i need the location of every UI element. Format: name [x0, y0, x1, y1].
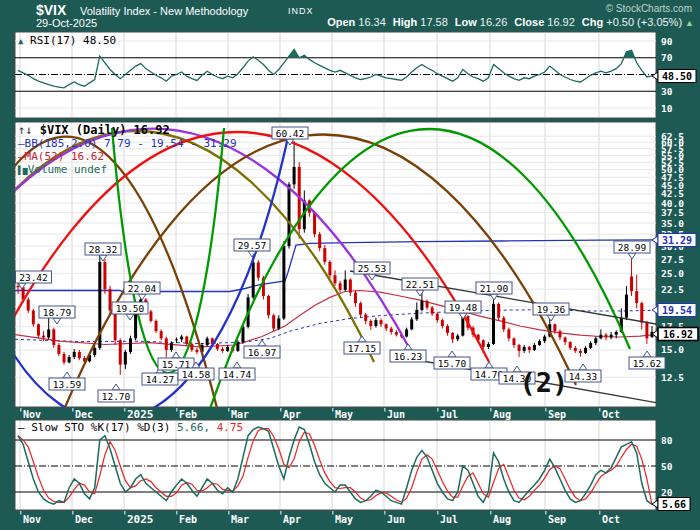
candle [149, 311, 152, 321]
price-label-text: 19.48 [449, 302, 478, 313]
month-tick [332, 511, 334, 515]
candle [405, 329, 408, 336]
month-tick [124, 408, 126, 412]
candle [564, 337, 567, 342]
wave-count-annotation: (2) [520, 367, 569, 398]
price-label-text: 29.57 [238, 240, 267, 251]
month-tick [280, 408, 282, 412]
candle [410, 319, 413, 329]
candle [512, 338, 515, 345]
axis-label: 70 [661, 52, 673, 63]
price-label-text: 12.70 [102, 391, 131, 402]
month-label: Apr [283, 409, 301, 420]
candle [42, 336, 45, 338]
axis-label: 12.5 [661, 372, 684, 383]
candle [190, 344, 193, 350]
candle [282, 246, 285, 318]
candle [569, 342, 572, 348]
price-label-text: 19.36 [537, 304, 566, 315]
month-tick [176, 511, 178, 515]
month-tick [384, 408, 386, 412]
candle [380, 320, 383, 324]
price-label-text: 17.15 [348, 343, 377, 354]
month-tick [124, 511, 126, 515]
candle [558, 331, 561, 337]
candle [538, 341, 541, 345]
month-label: Nov [23, 514, 41, 525]
month-label: Feb [179, 514, 197, 525]
price-label-text: 28.32 [89, 244, 118, 255]
price-label-text: 25.53 [358, 263, 387, 274]
candle [124, 352, 127, 365]
candle [175, 339, 178, 340]
candle [635, 291, 638, 303]
current-value-text: 48.50 [662, 71, 692, 82]
candle [155, 321, 158, 331]
month-label: Jun [387, 514, 405, 525]
month-label: Jul [440, 409, 458, 420]
axis-label: 10 [661, 103, 673, 114]
current-value-text: 31.29 [662, 235, 692, 246]
candle [216, 344, 219, 349]
month-tick [72, 511, 74, 515]
candle [257, 262, 260, 277]
candle [32, 311, 35, 325]
candle [236, 342, 239, 351]
candle [395, 332, 398, 335]
month-label: 2025 [127, 408, 154, 421]
candle [277, 318, 280, 328]
candle [318, 234, 321, 248]
axis-label: 25.0 [661, 268, 684, 279]
month-label: Sep [548, 409, 566, 420]
price-label-text: 18.79 [43, 307, 72, 318]
candle [354, 293, 357, 304]
month-label: Mar [231, 514, 249, 525]
candle [349, 280, 352, 293]
chart-canvas: 23.4218.7928.3222.0419.5013.5912.7014.27… [0, 0, 700, 530]
axis-label: 15.0 [661, 344, 684, 355]
candle [369, 321, 372, 326]
candle [645, 323, 648, 339]
month-tick [490, 511, 492, 515]
month-label: Aug [493, 409, 511, 420]
candle [185, 337, 188, 344]
price-label-text: 14.27 [146, 374, 175, 385]
candle [436, 314, 439, 320]
price-label-text: 60.42 [276, 128, 305, 139]
candle [334, 275, 337, 283]
candle [543, 337, 546, 342]
candle [180, 337, 183, 340]
month-label: Apr [283, 514, 301, 525]
candle [579, 351, 582, 353]
price-label-text: 14.58 [182, 369, 211, 380]
month-tick [545, 511, 547, 515]
current-value-text: 5.66 [662, 499, 686, 510]
month-label: Jul [440, 514, 458, 525]
candle [109, 289, 112, 310]
candle [93, 348, 96, 355]
price-label-text: 16.23 [394, 351, 423, 362]
candle [390, 329, 393, 333]
candle [533, 345, 536, 350]
candle [574, 348, 577, 351]
axis-label: 35.0 [661, 218, 684, 229]
candle [431, 308, 434, 314]
candle [594, 338, 597, 343]
current-value-text: 16.92 [663, 329, 693, 340]
candle [114, 311, 117, 341]
month-tick [599, 511, 601, 515]
candle [523, 347, 526, 351]
axis-label: 27.5 [661, 254, 684, 265]
candle [160, 331, 163, 338]
month-tick [228, 511, 230, 515]
axis-label: 20 [661, 487, 673, 498]
candle [528, 347, 531, 350]
candle [119, 340, 122, 364]
candle [129, 338, 132, 352]
candle [604, 335, 607, 338]
candle [497, 304, 500, 318]
candle [267, 296, 270, 315]
candle [502, 318, 505, 330]
price-label-text: 16.97 [248, 347, 277, 358]
candle [451, 333, 454, 339]
